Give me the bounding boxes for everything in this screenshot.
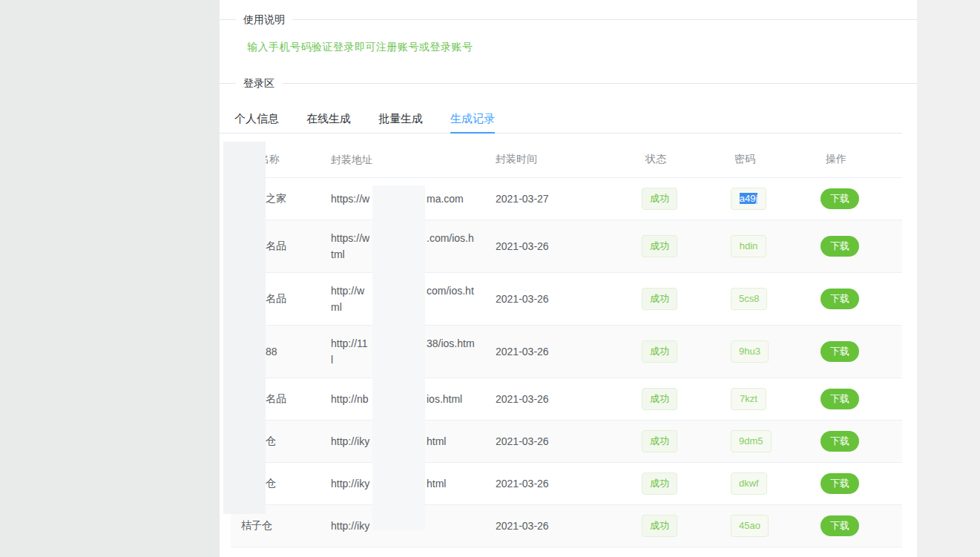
action-cell: 下载 [809, 188, 902, 209]
column-header-status: 状态 [631, 153, 720, 166]
table-row: 仓 http://iky html 2021-03-26 成功 9dm5 下载 [231, 421, 902, 463]
action-cell: 下载 [809, 389, 902, 409]
package-date: 2021-03-26 [483, 435, 631, 447]
package-url-part1: http://iky [331, 435, 369, 447]
page-left-gutter [0, 0, 220, 557]
package-url-part2: .com/ios.h [427, 230, 474, 246]
usage-section-title: 使用说明 [236, 13, 292, 25]
password-cell: hdin [720, 235, 809, 257]
status-badge: 成功 [642, 388, 677, 410]
download-button[interactable]: 下载 [820, 515, 859, 536]
status-cell: 成功 [631, 188, 720, 210]
login-section-divider: 登录区 [220, 77, 917, 89]
status-cell: 成功 [631, 235, 720, 257]
tab-online-generate[interactable]: 在线生成 [306, 104, 351, 134]
status-badge: 成功 [642, 188, 677, 210]
package-url-part1: http://11 [331, 337, 368, 349]
usage-section-divider: 使用说明 [220, 13, 917, 25]
table-body: 之家 https://w ma.com 2021-03-27 成功 a49j 下… [231, 178, 902, 547]
package-date: 2021-03-26 [483, 240, 631, 252]
download-button[interactable]: 下载 [820, 473, 859, 494]
status-cell: 成功 [631, 515, 720, 537]
password-cell: 7kzt [720, 388, 809, 410]
records-table: 名称 封装地址 封装时间 状态 密码 操作 之家 https://w ma.co… [231, 141, 902, 547]
action-cell: 下载 [809, 431, 902, 452]
column-header-password: 密码 [720, 153, 809, 166]
password-badge[interactable]: 7kzt [731, 388, 766, 410]
password-badge[interactable]: 45ao [731, 515, 769, 537]
package-url-part1: http://w [331, 285, 364, 297]
download-button[interactable]: 下载 [820, 431, 859, 452]
divider-line [220, 19, 917, 20]
redaction-overlay-left [223, 142, 266, 514]
app-name: 桔子仓 [231, 519, 320, 533]
package-url-part1: http://nb [331, 393, 369, 405]
tab-bar: 个人信息 在线生成 批量生成 生成记录 [220, 104, 902, 134]
status-badge: 成功 [642, 235, 677, 257]
action-cell: 下载 [809, 289, 902, 309]
password-badge[interactable]: hdin [731, 235, 766, 257]
login-section-title: 登录区 [236, 77, 282, 89]
download-button[interactable]: 下载 [820, 289, 859, 309]
password-badge[interactable]: a49j [731, 188, 766, 210]
package-date: 2021-03-26 [483, 293, 631, 305]
status-badge: 成功 [642, 288, 677, 310]
tab-batch-generate[interactable]: 批量生成 [378, 104, 423, 134]
usage-note: 输入手机号码验证登录即可注册账号或登录账号 [247, 41, 473, 54]
package-url-part2: com/ios.ht [427, 283, 474, 299]
action-cell: 下载 [809, 515, 902, 536]
status-badge: 成功 [642, 472, 677, 495]
action-cell: 下载 [809, 236, 902, 257]
download-button[interactable]: 下载 [820, 341, 859, 362]
status-cell: 成功 [631, 430, 720, 452]
package-url-part1: https://w [331, 193, 369, 205]
table-row: 名品 http://w com/ios.ht ml 2021-03-26 成功 … [231, 273, 902, 326]
action-cell: 下载 [809, 473, 902, 494]
download-button[interactable]: 下载 [820, 389, 859, 409]
table-row: 名品 https://w .com/ios.h tml 2021-03-26 成… [231, 220, 902, 273]
column-header-url: 封装地址 [320, 151, 483, 168]
tab-personal-info[interactable]: 个人信息 [234, 104, 279, 134]
table-row: 88 http://11 38/ios.htm l 2021-03-26 成功 … [231, 326, 902, 378]
status-cell: 成功 [631, 288, 720, 310]
password-cell: dkwf [720, 472, 809, 495]
package-url-part2: 38/ios.htm [427, 335, 475, 352]
table-header-row: 名称 封装地址 封装时间 状态 密码 操作 [231, 141, 902, 178]
package-url-part1: http://iky [331, 520, 369, 532]
download-button[interactable]: 下载 [820, 236, 859, 257]
status-badge: 成功 [642, 340, 677, 363]
package-url-part2: ios.html [427, 391, 462, 407]
package-url-part1: http://iky [331, 478, 369, 490]
column-header-date: 封装时间 [483, 153, 631, 166]
package-date: 2021-03-26 [483, 478, 631, 490]
download-button[interactable]: 下载 [820, 188, 859, 209]
package-url-part2: ma.com [427, 191, 464, 207]
status-cell: 成功 [631, 388, 720, 410]
password-cell: 9hu3 [720, 340, 809, 363]
password-badge[interactable]: 9dm5 [731, 430, 772, 452]
password-cell: a49j [720, 188, 809, 210]
main-panel: 使用说明 输入手机号码验证登录即可注册账号或登录账号 登录区 个人信息 在线生成… [220, 0, 917, 557]
password-cell: 5cs8 [720, 288, 809, 310]
status-cell: 成功 [631, 472, 720, 495]
password-badge[interactable]: dkwf [731, 472, 767, 495]
status-cell: 成功 [631, 340, 720, 363]
package-url-part1: https://w [331, 232, 369, 244]
column-header-action: 操作 [809, 153, 902, 166]
table-row: 桔子仓 http://iky 2021-03-26 成功 45ao 下载 [231, 505, 902, 547]
status-badge: 成功 [642, 430, 677, 452]
package-url-part2: html [427, 475, 446, 492]
action-cell: 下载 [809, 341, 902, 362]
package-date: 2021-03-27 [483, 193, 631, 205]
status-badge: 成功 [642, 515, 677, 537]
table-row: 仓 http://iky html 2021-03-26 成功 dkwf 下载 [231, 463, 902, 505]
divider-line [220, 83, 917, 84]
password-cell: 45ao [720, 515, 809, 537]
package-date: 2021-03-26 [483, 520, 631, 532]
package-date: 2021-03-26 [483, 346, 631, 357]
package-url-part2: html [427, 433, 446, 449]
password-badge[interactable]: 5cs8 [731, 288, 767, 310]
password-cell: 9dm5 [720, 430, 809, 452]
tab-generate-records[interactable]: 生成记录 [450, 104, 495, 134]
password-badge[interactable]: 9hu3 [731, 340, 769, 363]
